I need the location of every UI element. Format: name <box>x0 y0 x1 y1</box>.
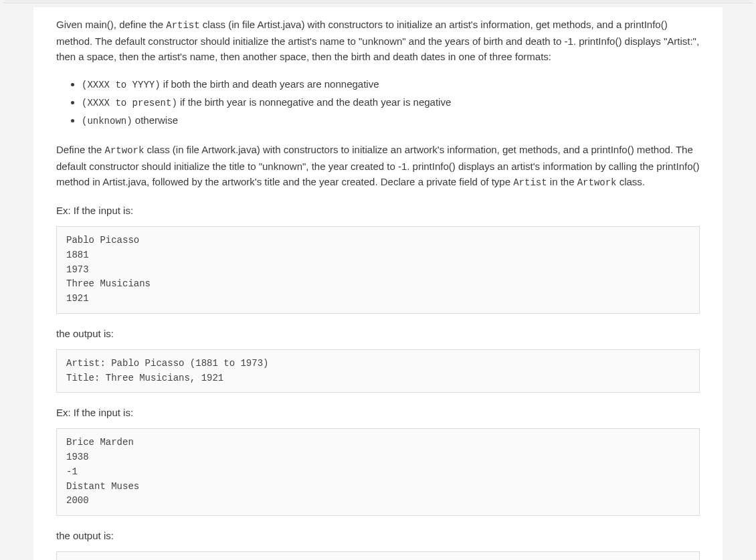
code-artist-type: Artist <box>513 177 547 188</box>
artwork-paragraph: Define the Artwork class (in file Artwor… <box>56 142 700 191</box>
intro-paragraph: Given main(), define the Artist class (i… <box>56 17 700 64</box>
page-separator <box>3 0 753 3</box>
format-list-item-2: (XXXX to present) if the birth year is n… <box>82 94 700 111</box>
format-text-2: if the birth year is nonnegative and the… <box>177 96 451 108</box>
code-artwork-class: Artwork <box>105 145 145 156</box>
intro-text-1: Given main(), define the <box>56 19 166 30</box>
format-list-item-1: (XXXX to YYYY) if both the birth and dea… <box>82 76 700 93</box>
example2-output: Artist: Brice Marden (1938 to present) T… <box>56 551 700 560</box>
assignment-card: Given main(), define the Artist class (i… <box>33 7 723 560</box>
example2-input: Brice Marden 1938 -1 Distant Muses 2000 <box>56 428 700 515</box>
format-text-1: if both the birth and death years are no… <box>161 78 379 90</box>
example2-input-label: Ex: If the input is: <box>56 405 700 420</box>
example2-output-label: the output is: <box>56 528 700 543</box>
example1-output: Artist: Pablo Picasso (1881 to 1973) Tit… <box>56 349 700 393</box>
format-list-item-3: (unknown) otherwise <box>82 112 700 129</box>
format-code-3: (unknown) <box>82 116 132 126</box>
code-artist-class: Artist <box>166 20 199 31</box>
format-code-2: (XXXX to present) <box>82 98 177 108</box>
artwork-text-4: class. <box>616 176 645 187</box>
format-text-3: otherwise <box>132 114 178 126</box>
artwork-text-1: Define the <box>56 144 105 155</box>
artwork-text-3: in the <box>547 176 577 187</box>
example1-output-label: the output is: <box>56 326 700 341</box>
example1-input-label: Ex: If the input is: <box>56 203 700 218</box>
format-code-1: (XXXX to YYYY) <box>82 80 161 90</box>
code-artwork-class-2: Artwork <box>577 177 617 188</box>
format-list: (XXXX to YYYY) if both the birth and dea… <box>56 76 700 128</box>
example1-input: Pablo Picasso 1881 1973 Three Musicians … <box>56 226 700 313</box>
